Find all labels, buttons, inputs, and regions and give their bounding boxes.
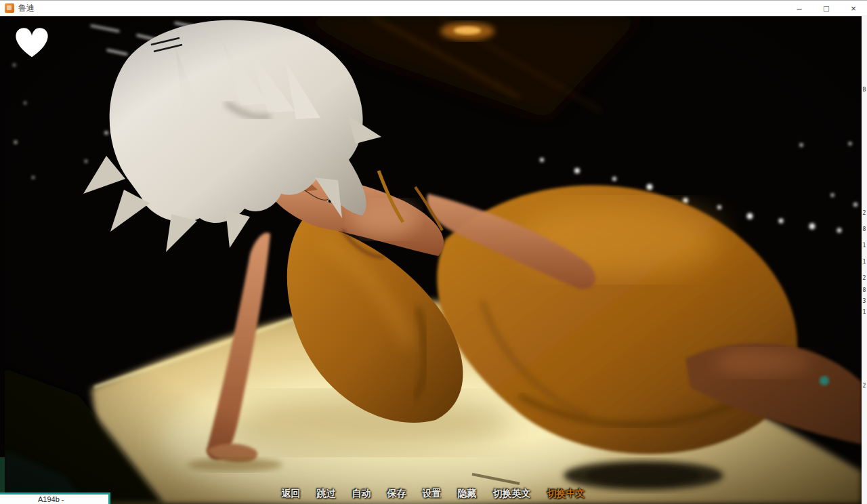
edge-char: B bbox=[862, 87, 867, 93]
app-icon bbox=[5, 3, 14, 13]
cell-reference-text: A194b - bbox=[0, 495, 64, 503]
quick-menu: 返回 跳过 自动 保存 设置 隐藏 切换英文 切换中文 bbox=[5, 488, 862, 500]
menu-auto[interactable]: 自动 bbox=[352, 488, 371, 500]
game-viewport[interactable]: 返回 跳过 自动 保存 设置 隐藏 切换英文 切换中文 bbox=[5, 16, 862, 504]
background-window-bottom-left[interactable]: A194b - bbox=[0, 492, 110, 504]
edge-char: 1 bbox=[862, 309, 867, 315]
minimize-button[interactable]: – bbox=[786, 1, 813, 16]
window-controls: – □ × bbox=[786, 1, 867, 16]
edge-char: 2 bbox=[862, 210, 867, 216]
edge-char: 8 bbox=[862, 226, 867, 232]
menu-return[interactable]: 返回 bbox=[282, 488, 301, 500]
edge-char: 3 bbox=[862, 298, 867, 304]
edge-char: 1 bbox=[862, 259, 867, 265]
close-button[interactable]: × bbox=[840, 1, 867, 16]
edge-char: 2 bbox=[862, 383, 867, 389]
window-titlebar[interactable]: 鲁迪 – □ × bbox=[0, 0, 867, 16]
menu-hide[interactable]: 隐藏 bbox=[458, 488, 477, 500]
menu-settings[interactable]: 设置 bbox=[423, 488, 442, 500]
edge-char: 2 bbox=[862, 275, 867, 281]
menu-switch-chinese[interactable]: 切换中文 bbox=[547, 488, 585, 500]
vignette bbox=[5, 16, 862, 504]
scene-illustration bbox=[5, 16, 862, 504]
edge-char: 8 bbox=[862, 287, 867, 293]
menu-switch-english[interactable]: 切换英文 bbox=[493, 488, 531, 500]
maximize-button[interactable]: □ bbox=[813, 1, 840, 16]
background-window-right-edge: B 2 8 1 1 2 8 3 1 2 bbox=[862, 16, 867, 504]
menu-skip[interactable]: 跳过 bbox=[317, 488, 336, 500]
window-title: 鲁迪 bbox=[18, 3, 35, 14]
heart-icon bbox=[12, 24, 51, 60]
menu-save[interactable]: 保存 bbox=[387, 488, 406, 500]
background-window-green-segment bbox=[0, 457, 5, 492]
edge-char: 1 bbox=[862, 243, 867, 249]
background-window-left-edge bbox=[0, 16, 5, 504]
